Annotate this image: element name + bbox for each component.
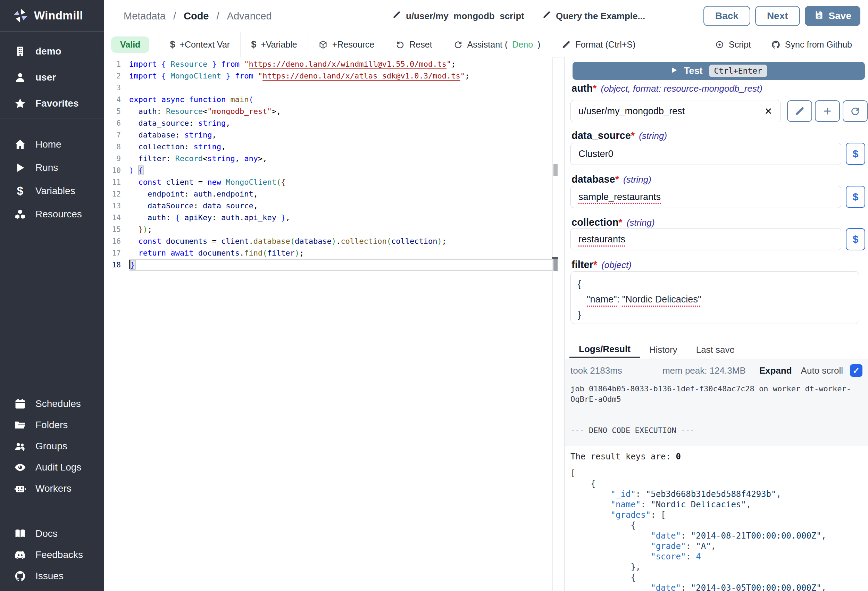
sidebar-item-runs[interactable]: Runs bbox=[0, 156, 104, 179]
line-number: 12 bbox=[104, 188, 129, 200]
folder-icon bbox=[14, 419, 27, 431]
workspace-logo[interactable]: Windmill bbox=[0, 0, 104, 32]
assistant-icon bbox=[453, 40, 463, 49]
breadcrumb-metadata[interactable]: Metadata bbox=[124, 10, 165, 22]
sidebar-item-label: Favorites bbox=[35, 98, 79, 109]
code-editor[interactable]: 1import { Resource } from "https://deno.… bbox=[104, 57, 553, 591]
sidebar-item-schedules[interactable]: Schedules bbox=[0, 393, 104, 414]
log-output: job 01864b05-8033-b136-1def-f30c48ac7c28… bbox=[570, 384, 862, 436]
test-button[interactable]: Test Ctrl+Enter bbox=[573, 62, 865, 80]
result-line: }, bbox=[570, 562, 862, 572]
code-line[interactable]: 8 collection: string, bbox=[104, 141, 552, 153]
sidebar-item-label: Docs bbox=[35, 528, 58, 539]
tab-last-save[interactable]: Last save bbox=[687, 342, 744, 358]
breadcrumb-separator: / bbox=[173, 10, 176, 22]
code-line[interactable]: 13 dataSource: data_source, bbox=[104, 200, 552, 212]
sidebar-item-demo[interactable]: demo bbox=[0, 38, 104, 64]
result-keys-count: 0 bbox=[676, 452, 681, 461]
collection-input[interactable]: restaurants bbox=[570, 228, 841, 250]
code-line[interactable]: 3 bbox=[104, 82, 552, 94]
toolbar-assistant-deno[interactable]: Assistant (Deno) bbox=[443, 32, 551, 57]
data-source-input[interactable]: Cluster0 bbox=[570, 143, 841, 165]
sidebar-item-docs[interactable]: Docs bbox=[0, 523, 104, 544]
sidebar-item-variables[interactable]: $Variables bbox=[0, 179, 104, 202]
expand-logs-button[interactable]: Expand bbox=[759, 365, 792, 376]
sidebar-item-home[interactable]: Home bbox=[0, 133, 104, 156]
filter-json-editor[interactable]: { "name": "Nordic Delicacies" } bbox=[570, 271, 859, 324]
code-line[interactable]: 12 endpoint: auth.endpoint, bbox=[104, 188, 552, 200]
back-button[interactable]: Back bbox=[703, 6, 750, 26]
toolbar-reset[interactable]: Reset bbox=[385, 32, 442, 57]
edit-script-path[interactable]: u/user/my_mongodb_script bbox=[392, 10, 524, 22]
github-icon bbox=[14, 570, 27, 582]
code-line[interactable]: 18} bbox=[104, 259, 552, 271]
code-line[interactable]: 7 database: string, bbox=[104, 129, 552, 141]
sidebar-item-favorites[interactable]: Favorites bbox=[0, 90, 104, 116]
toolbar-sync-from-github[interactable]: Sync from Github bbox=[771, 40, 852, 50]
collection-var-button[interactable]: $ bbox=[846, 228, 865, 250]
sidebar-section-help: DocsFeedbacksIssues bbox=[0, 523, 104, 587]
sidebar-item-groups[interactable]: Groups bbox=[0, 436, 104, 457]
mem-peak-label: mem peak: 124.3MB bbox=[663, 365, 746, 376]
book-icon bbox=[14, 527, 27, 540]
autoscroll-label[interactable]: Auto scroll bbox=[801, 365, 843, 376]
sidebar-item-folders[interactable]: Folders bbox=[0, 414, 104, 436]
line-number: 7 bbox=[104, 129, 129, 141]
line-number: 5 bbox=[104, 106, 129, 117]
sidebar-item-user[interactable]: user bbox=[0, 64, 104, 90]
code-line[interactable]: 14 auth: { apiKey: auth.api_key }, bbox=[104, 212, 552, 224]
sidebar-item-issues[interactable]: Issues bbox=[0, 565, 104, 587]
code-line[interactable]: 16 const documents = client.database(dat… bbox=[104, 235, 552, 247]
code-line[interactable]: 6 data_source: string, bbox=[104, 117, 552, 129]
edit-script-summary[interactable]: Query the Example... bbox=[542, 10, 645, 22]
topbar-actions: Back Next Save bbox=[703, 0, 861, 32]
breadcrumb-code[interactable]: Code bbox=[184, 10, 209, 22]
editor-scrollbar-mark[interactable] bbox=[554, 259, 558, 271]
toolbar-resource[interactable]: +Resource bbox=[308, 32, 385, 57]
tab-history[interactable]: History bbox=[640, 342, 687, 358]
check-icon: ✓ bbox=[853, 366, 860, 376]
toolbar-format-ctrl-s[interactable]: Format (Ctrl+S) bbox=[551, 32, 646, 57]
code-line[interactable]: 17 return await documents.find(filter); bbox=[104, 247, 552, 259]
breadcrumb-advanced[interactable]: Advanced bbox=[227, 10, 272, 22]
code-line[interactable]: 4export async function main( bbox=[104, 94, 552, 106]
code-line[interactable]: 2import { MongoClient } from "https://de… bbox=[104, 70, 552, 82]
topbar: Metadata/Code/Advanced u/user/my_mongodb… bbox=[104, 0, 868, 32]
result-line: { bbox=[570, 479, 862, 489]
tab-logs-result[interactable]: Logs/Result bbox=[570, 342, 640, 358]
edit-resource-button[interactable] bbox=[787, 100, 812, 122]
code-line[interactable]: 1import { Resource } from "https://deno.… bbox=[104, 58, 552, 70]
field-label-auth: auth* (object, format: resource-mongodb_… bbox=[571, 83, 762, 94]
database-input[interactable]: sample_restaurants bbox=[570, 186, 841, 208]
toolbar-item-label: Format (Ctrl+S) bbox=[575, 40, 635, 50]
sidebar-item-workers[interactable]: Workers bbox=[0, 478, 104, 499]
next-button[interactable]: Next bbox=[755, 6, 800, 26]
log-line: --- DENO CODE EXECUTION --- bbox=[570, 426, 862, 436]
auth-resource-input[interactable]: u/user/my_mongodb_rest bbox=[570, 100, 781, 122]
data-source-var-button[interactable]: $ bbox=[846, 143, 865, 165]
code-line[interactable]: 9 filter: Record<string, any>, bbox=[104, 153, 552, 165]
save-button[interactable]: Save bbox=[805, 6, 861, 26]
code-line[interactable]: 10) { bbox=[104, 165, 552, 176]
calendar-icon bbox=[14, 397, 27, 410]
toolbar-variable[interactable]: $+Variable bbox=[241, 32, 308, 57]
sidebar-item-label: demo bbox=[35, 46, 62, 57]
code-line[interactable]: 15 }); bbox=[104, 224, 552, 235]
sidebar-item-resources[interactable]: Resources bbox=[0, 202, 104, 226]
autoscroll-checkbox[interactable]: ✓ bbox=[850, 364, 862, 377]
code-line[interactable]: 5 auth: Resource<"mongodb_rest">, bbox=[104, 106, 552, 117]
toolbar-script[interactable]: Script bbox=[715, 40, 751, 50]
add-resource-button[interactable] bbox=[815, 100, 840, 122]
refresh-resource-button[interactable] bbox=[843, 100, 868, 122]
sidebar-item-feedbacks[interactable]: Feedbacks bbox=[0, 544, 104, 565]
editor-scrollbar-mark[interactable] bbox=[554, 164, 558, 176]
sidebar-item-label: Groups bbox=[35, 441, 67, 452]
code-line[interactable]: 11 const client = new MongoClient({ bbox=[104, 176, 552, 188]
eye-icon bbox=[14, 461, 27, 474]
toolbar-context-var[interactable]: $+Context Var bbox=[159, 32, 240, 57]
sidebar-item-audit-logs[interactable]: Audit Logs bbox=[0, 457, 104, 478]
clear-icon[interactable] bbox=[764, 106, 773, 116]
database-var-button[interactable]: $ bbox=[846, 186, 865, 208]
toolbar-item-label: +Context Var bbox=[180, 40, 230, 50]
result-line: [ bbox=[570, 468, 862, 479]
